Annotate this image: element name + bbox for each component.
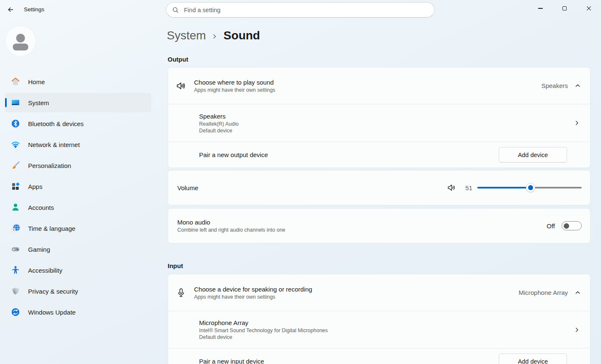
maximize-icon: [562, 6, 567, 10]
volume-slider-fill: [477, 187, 531, 188]
row-subtitle: Apps might have their own settings: [194, 87, 541, 93]
volume-label: Volume: [177, 184, 447, 191]
microphone-icon: [176, 287, 187, 298]
add-input-device-button[interactable]: Add device: [499, 354, 567, 364]
personalization-icon: [11, 161, 20, 170]
pair-input-label: Pair a new input device: [199, 358, 499, 364]
time-language-icon: [11, 224, 20, 233]
mono-audio-toggle[interactable]: [562, 221, 582, 230]
volume-slider-thumb[interactable]: [526, 183, 535, 192]
sidebar-item-label: Accounts: [28, 204, 54, 211]
back-arrow-icon: [7, 6, 14, 13]
close-button[interactable]: [577, 0, 601, 17]
app-title: Settings: [24, 6, 44, 13]
accessibility-icon: [11, 266, 20, 275]
row-title: Choose where to play sound: [194, 79, 541, 86]
sidebar-item-label: Bluetooth & devices: [28, 120, 84, 127]
sidebar-item-privacy-security[interactable]: Privacy & security: [5, 281, 151, 301]
gaming-icon: [11, 245, 20, 254]
device-driver: Intel® Smart Sound Technology for Digita…: [199, 328, 574, 333]
microphone-device-row[interactable]: Microphone Array Intel® Smart Sound Tech…: [168, 311, 590, 348]
volume-slider[interactable]: [477, 183, 582, 192]
windows-update-icon: [11, 307, 20, 317]
speakers-device-row[interactable]: Speakers Realtek(R) Audio Default device: [168, 104, 590, 142]
sidebar-item-label: Apps: [28, 183, 42, 190]
mono-audio-state: Off: [547, 222, 555, 230]
input-section-heading: Input: [168, 262, 183, 269]
person-icon: [5, 26, 36, 56]
input-selected-device: Microphone Array: [518, 289, 568, 296]
sidebar-item-accessibility[interactable]: Accessibility: [5, 261, 151, 280]
volume-value: 51: [464, 184, 472, 191]
device-status: Default device: [199, 334, 574, 340]
sidebar-item-label: Windows Update: [28, 309, 75, 316]
input-expander-row[interactable]: Choose a device for speaking or recordin…: [168, 274, 590, 311]
system-icon: [11, 98, 20, 107]
sidebar-item-apps[interactable]: Apps: [5, 177, 151, 196]
output-device-card: Choose where to play sound Apps might ha…: [168, 67, 591, 168]
sidebar-item-label: Accessibility: [28, 267, 62, 274]
minimize-icon: [538, 8, 543, 8]
output-expander-row[interactable]: Choose where to play sound Apps might ha…: [168, 67, 590, 104]
page-title: Sound: [223, 29, 260, 42]
avatar[interactable]: [5, 26, 36, 56]
sidebar-item-label: Time & language: [28, 225, 75, 232]
sidebar-item-label: Privacy & security: [28, 288, 78, 295]
sidebar-nav: Home System Bluetooth & devices Network …: [0, 72, 159, 323]
chevron-right-icon: [574, 120, 580, 126]
search-box[interactable]: [166, 2, 435, 18]
sidebar-item-personalization[interactable]: Personalization: [5, 156, 151, 175]
back-button[interactable]: [3, 3, 18, 16]
output-section-heading: Output: [168, 56, 188, 63]
chevron-right-icon: [212, 34, 218, 39]
toggle-knob: [564, 223, 569, 229]
sidebar-item-label: Personalization: [28, 162, 71, 169]
maximize-button[interactable]: [552, 0, 577, 17]
sidebar-item-time-language[interactable]: Time & language: [5, 219, 151, 238]
pair-output-row: Pair a new output device Add device: [168, 142, 590, 168]
sidebar-item-label: Network & internet: [28, 141, 80, 148]
home-icon: [11, 77, 20, 86]
input-device-card: Choose a device for speaking or recordin…: [168, 274, 591, 364]
pair-input-row: Pair a new input device Add device: [168, 349, 590, 364]
sidebar-item-system[interactable]: System: [5, 93, 151, 112]
add-output-device-button[interactable]: Add device: [499, 147, 567, 163]
breadcrumb-parent[interactable]: System: [167, 29, 206, 42]
sidebar-item-accounts[interactable]: Accounts: [5, 198, 151, 217]
chevron-up-icon: [575, 289, 581, 296]
selected-accent-pill: [5, 98, 7, 107]
mono-audio-title: Mono audio: [177, 219, 547, 226]
sidebar-item-network-internet[interactable]: Network & internet: [5, 135, 151, 154]
network-icon: [11, 140, 20, 149]
sidebar-item-label: System: [28, 99, 49, 106]
device-driver: Realtek(R) Audio: [199, 121, 574, 127]
volume-speaker-icon[interactable]: [447, 183, 457, 193]
sidebar-item-home[interactable]: Home: [5, 72, 151, 91]
breadcrumb: System Sound: [167, 27, 260, 44]
mono-audio-subtitle: Combine left and right audio channels in…: [177, 227, 547, 233]
device-name: Microphone Array: [199, 319, 574, 326]
device-name: Speakers: [199, 113, 574, 120]
speaker-icon: [176, 80, 187, 91]
sidebar-item-windows-update[interactable]: Windows Update: [5, 302, 151, 322]
row-title: Choose a device for speaking or recordin…: [194, 286, 518, 293]
search-icon: [172, 7, 184, 13]
close-icon: [586, 5, 592, 11]
apps-icon: [11, 182, 20, 191]
sidebar-item-bluetooth-devices[interactable]: Bluetooth & devices: [5, 114, 151, 133]
mono-audio-card: Mono audio Combine left and right audio …: [168, 208, 591, 243]
accounts-icon: [11, 203, 20, 212]
search-input[interactable]: [184, 7, 428, 13]
chevron-right-icon: [574, 327, 580, 333]
output-selected-device: Speakers: [541, 82, 568, 89]
sidebar-item-label: Gaming: [28, 246, 50, 253]
chevron-up-icon: [575, 83, 581, 89]
sidebar-item-label: Home: [28, 78, 45, 85]
sidebar-item-gaming[interactable]: Gaming: [5, 240, 151, 259]
shield-icon: [11, 287, 20, 296]
bluetooth-icon: [11, 119, 20, 128]
window-controls: [528, 0, 601, 17]
volume-card: Volume 51: [168, 170, 591, 205]
pair-output-label: Pair a new output device: [199, 151, 499, 158]
minimize-button[interactable]: [528, 0, 552, 17]
